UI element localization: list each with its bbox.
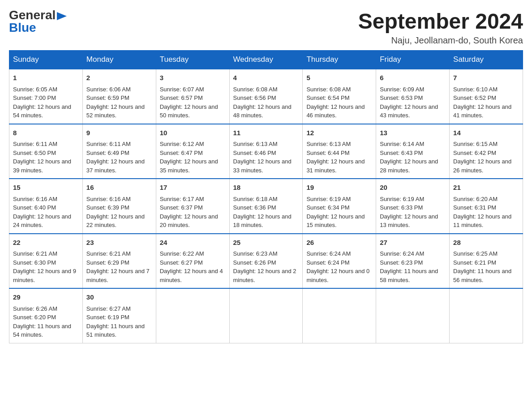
sunrise-text: Sunrise: 6:21 AM [13, 250, 57, 257]
day-number: 6 [380, 73, 446, 83]
daylight-text: Daylight: 12 hours and 48 minutes. [233, 103, 292, 119]
sunrise-text: Sunrise: 6:24 AM [306, 250, 351, 257]
header-thursday: Thursday [303, 51, 376, 69]
sunset-text: Sunset: 6:36 PM [233, 204, 276, 211]
day-number: 22 [13, 238, 79, 248]
day-headers-row: SundayMondayTuesdayWednesdayThursdayFrid… [9, 51, 523, 69]
daylight-text: Daylight: 12 hours and 41 minutes. [453, 103, 511, 119]
day-number: 21 [453, 183, 519, 193]
daylight-text: Daylight: 12 hours and 43 minutes. [380, 103, 438, 119]
week-row-1: 1 Sunrise: 6:05 AM Sunset: 7:00 PM Dayli… [9, 69, 523, 124]
logo-arrow-icon [57, 12, 67, 20]
sunrise-text: Sunrise: 6:19 AM [306, 196, 351, 202]
sunrise-text: Sunrise: 6:25 AM [453, 250, 498, 257]
table-row: 29 Sunrise: 6:26 AM Sunset: 6:20 PM Dayl… [9, 288, 83, 343]
daylight-text: Daylight: 12 hours and 31 minutes. [306, 158, 365, 174]
sunrise-text: Sunrise: 6:23 AM [233, 250, 278, 257]
day-number: 3 [160, 73, 226, 83]
day-number: 16 [86, 183, 152, 193]
daylight-text: Daylight: 12 hours and 2 minutes. [233, 268, 296, 283]
sunrise-text: Sunrise: 6:27 AM [86, 305, 131, 312]
daylight-text: Daylight: 12 hours and 22 minutes. [86, 213, 145, 229]
day-number: 4 [233, 73, 299, 83]
daylight-text: Daylight: 12 hours and 37 minutes. [86, 158, 145, 174]
sunset-text: Sunset: 6:21 PM [453, 259, 496, 266]
sunrise-text: Sunrise: 6:05 AM [13, 86, 57, 93]
week-row-2: 8 Sunrise: 6:11 AM Sunset: 6:50 PM Dayli… [9, 124, 523, 179]
sunset-text: Sunset: 6:27 PM [160, 259, 203, 266]
table-row: 17 Sunrise: 6:17 AM Sunset: 6:37 PM Dayl… [156, 179, 229, 234]
table-row: 25 Sunrise: 6:23 AM Sunset: 6:26 PM Dayl… [229, 234, 303, 289]
day-number: 10 [160, 128, 226, 138]
location-text: Naju, Jeollanam-do, South Korea [358, 35, 523, 46]
calendar-body: 1 Sunrise: 6:05 AM Sunset: 7:00 PM Dayli… [9, 69, 523, 343]
table-row: 26 Sunrise: 6:24 AM Sunset: 6:24 PM Dayl… [303, 234, 376, 289]
day-number: 8 [13, 128, 79, 138]
sunset-text: Sunset: 6:40 PM [13, 204, 56, 211]
daylight-text: Daylight: 12 hours and 46 minutes. [306, 103, 365, 119]
daylight-text: Daylight: 11 hours and 51 minutes. [86, 323, 145, 338]
daylight-text: Daylight: 12 hours and 28 minutes. [380, 158, 438, 174]
table-row: 13 Sunrise: 6:14 AM Sunset: 6:43 PM Dayl… [376, 124, 450, 179]
table-row: 27 Sunrise: 6:24 AM Sunset: 6:23 PM Dayl… [376, 234, 450, 289]
sunset-text: Sunset: 6:31 PM [453, 204, 496, 211]
sunset-text: Sunset: 6:43 PM [380, 150, 423, 156]
logo-general-text: General [9, 9, 56, 21]
sunset-text: Sunset: 6:49 PM [86, 150, 129, 156]
sunset-text: Sunset: 6:29 PM [86, 259, 129, 266]
day-number: 13 [380, 128, 446, 138]
sunset-text: Sunset: 6:33 PM [380, 204, 423, 211]
day-number: 23 [86, 238, 152, 248]
day-number: 1 [13, 73, 79, 83]
title-block: September 2024 Naju, Jeollanam-do, South… [358, 9, 523, 46]
table-row: 21 Sunrise: 6:20 AM Sunset: 6:31 PM Dayl… [450, 179, 523, 234]
sunset-text: Sunset: 6:42 PM [453, 150, 496, 156]
daylight-text: Daylight: 12 hours and 9 minutes. [13, 268, 76, 283]
table-row: 3 Sunrise: 6:07 AM Sunset: 6:57 PM Dayli… [156, 69, 229, 124]
table-row: 18 Sunrise: 6:18 AM Sunset: 6:36 PM Dayl… [229, 179, 303, 234]
sunset-text: Sunset: 6:54 PM [306, 94, 349, 101]
header-friday: Friday [376, 51, 450, 69]
day-number: 15 [13, 183, 79, 193]
sunset-text: Sunset: 6:23 PM [380, 259, 423, 266]
day-number: 29 [13, 292, 79, 303]
sunset-text: Sunset: 6:26 PM [233, 259, 276, 266]
day-number: 9 [86, 128, 152, 138]
page-header: General Blue September 2024 Naju, Jeolla… [9, 9, 523, 46]
table-row [450, 288, 523, 343]
sunrise-text: Sunrise: 6:26 AM [13, 305, 57, 312]
daylight-text: Daylight: 12 hours and 15 minutes. [306, 213, 365, 229]
day-number: 28 [453, 238, 519, 248]
day-number: 7 [453, 73, 519, 83]
table-row [229, 288, 303, 343]
table-row: 24 Sunrise: 6:22 AM Sunset: 6:27 PM Dayl… [156, 234, 229, 289]
day-number: 20 [380, 183, 446, 193]
sunset-text: Sunset: 6:37 PM [160, 204, 203, 211]
day-number: 26 [306, 238, 372, 248]
sunrise-text: Sunrise: 6:21 AM [86, 250, 131, 257]
day-number: 19 [306, 183, 372, 193]
logo-blue-text: Blue [9, 21, 36, 34]
table-row: 20 Sunrise: 6:19 AM Sunset: 6:33 PM Dayl… [376, 179, 450, 234]
sunrise-text: Sunrise: 6:18 AM [233, 196, 278, 202]
daylight-text: Daylight: 12 hours and 35 minutes. [160, 158, 218, 174]
daylight-text: Daylight: 12 hours and 33 minutes. [233, 158, 292, 174]
table-row: 23 Sunrise: 6:21 AM Sunset: 6:29 PM Dayl… [82, 234, 156, 289]
table-row: 11 Sunrise: 6:13 AM Sunset: 6:46 PM Dayl… [229, 124, 303, 179]
sunset-text: Sunset: 6:53 PM [380, 94, 423, 101]
table-row: 16 Sunrise: 6:16 AM Sunset: 6:39 PM Dayl… [82, 179, 156, 234]
table-row: 30 Sunrise: 6:27 AM Sunset: 6:19 PM Dayl… [82, 288, 156, 343]
table-row: 14 Sunrise: 6:15 AM Sunset: 6:42 PM Dayl… [450, 124, 523, 179]
header-sunday: Sunday [9, 51, 83, 69]
daylight-text: Daylight: 12 hours and 39 minutes. [13, 158, 71, 174]
sunset-text: Sunset: 6:46 PM [233, 150, 276, 156]
table-row: 15 Sunrise: 6:16 AM Sunset: 6:40 PM Dayl… [9, 179, 83, 234]
daylight-text: Daylight: 11 hours and 58 minutes. [380, 268, 438, 283]
day-number: 17 [160, 183, 226, 193]
header-wednesday: Wednesday [229, 51, 303, 69]
week-row-3: 15 Sunrise: 6:16 AM Sunset: 6:40 PM Dayl… [9, 179, 523, 234]
daylight-text: Daylight: 12 hours and 26 minutes. [453, 158, 511, 174]
daylight-text: Daylight: 12 hours and 52 minutes. [86, 103, 145, 119]
sunset-text: Sunset: 6:44 PM [306, 150, 349, 156]
table-row [376, 288, 450, 343]
